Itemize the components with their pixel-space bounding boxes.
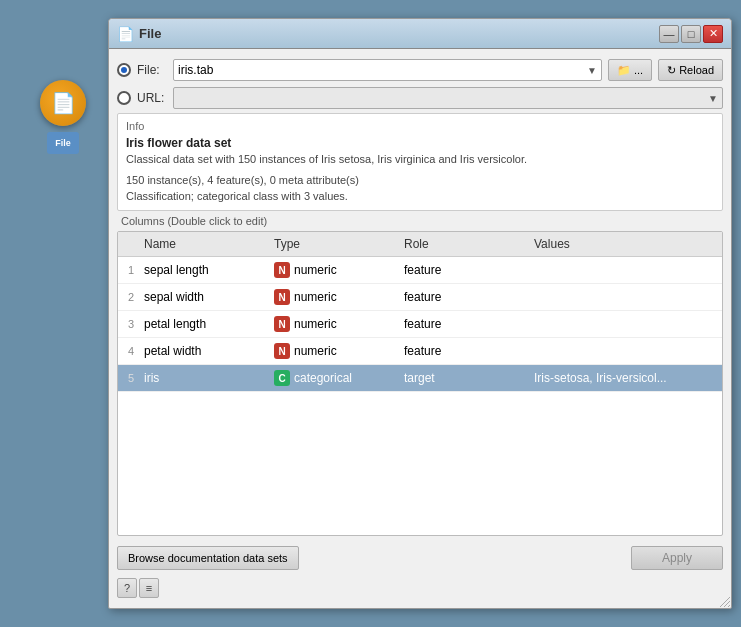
info-title: Iris flower data set bbox=[126, 136, 714, 150]
col-header-values: Values bbox=[528, 235, 722, 253]
row-number: 3 bbox=[118, 316, 138, 332]
col-header-type: Type bbox=[268, 235, 398, 253]
sidebar-orange-icon[interactable]: 📄 bbox=[40, 80, 86, 126]
row-type: N numeric bbox=[268, 260, 398, 280]
file-row: File: iris.tab ▼ 📁 ... ↻ Reload bbox=[117, 57, 723, 83]
info-section: Info Iris flower data set Classical data… bbox=[117, 113, 723, 211]
row-type: N numeric bbox=[268, 341, 398, 361]
maximize-button[interactable]: □ bbox=[681, 25, 701, 43]
bottom-bar: Browse documentation data sets Apply bbox=[117, 540, 723, 572]
table-row[interactable]: 2 sepal width N numeric feature bbox=[118, 284, 722, 311]
col-header-name: Name bbox=[138, 235, 268, 253]
row-name: petal length bbox=[138, 315, 268, 333]
type-label: numeric bbox=[294, 344, 337, 358]
resize-handle[interactable] bbox=[719, 596, 731, 608]
columns-section: Columns (Double click to edit) Name Type… bbox=[117, 215, 723, 536]
browse-docs-button[interactable]: Browse documentation data sets bbox=[117, 546, 299, 570]
file-combo-arrow-icon: ▼ bbox=[587, 65, 597, 76]
file-radio[interactable] bbox=[117, 63, 131, 77]
type-label: numeric bbox=[294, 263, 337, 277]
columns-table: Name Type Role Values 1 sepal length N n… bbox=[117, 231, 723, 536]
minimize-button[interactable]: — bbox=[659, 25, 679, 43]
type-label: numeric bbox=[294, 290, 337, 304]
svg-line-2 bbox=[728, 605, 730, 607]
row-values bbox=[528, 295, 722, 299]
row-number: 4 bbox=[118, 343, 138, 359]
sidebar-blue-icon[interactable]: File bbox=[47, 132, 79, 154]
row-name: iris bbox=[138, 369, 268, 387]
window-body: File: iris.tab ▼ 📁 ... ↻ Reload URL: ▼ bbox=[109, 49, 731, 608]
reload-icon: ↻ bbox=[667, 64, 676, 77]
type-label: numeric bbox=[294, 317, 337, 331]
table-row[interactable]: 5 iris C categorical target Iris-setosa,… bbox=[118, 365, 722, 392]
info-stats-line1: 150 instance(s), 4 feature(s), 0 meta at… bbox=[126, 173, 714, 188]
apply-button[interactable]: Apply bbox=[631, 546, 723, 570]
row-number: 2 bbox=[118, 289, 138, 305]
row-role: feature bbox=[398, 342, 528, 360]
file-combo[interactable]: iris.tab ▼ bbox=[173, 59, 602, 81]
row-role: target bbox=[398, 369, 528, 387]
info-header: Info bbox=[126, 120, 714, 132]
reload-button[interactable]: ↻ Reload bbox=[658, 59, 723, 81]
row-values bbox=[528, 268, 722, 272]
row-type: C categorical bbox=[268, 368, 398, 388]
row-values bbox=[528, 349, 722, 353]
type-badge: N bbox=[274, 289, 290, 305]
folder-icon: 📁 bbox=[617, 64, 631, 77]
url-radio[interactable] bbox=[117, 91, 131, 105]
help-button[interactable]: ? bbox=[117, 578, 137, 598]
row-values: Iris-setosa, Iris-versicol... bbox=[528, 369, 722, 387]
table-rows-container: 1 sepal length N numeric feature 2 sepal… bbox=[118, 257, 722, 392]
type-badge: N bbox=[274, 343, 290, 359]
table-row[interactable]: 3 petal length N numeric feature bbox=[118, 311, 722, 338]
file-icon-orange: 📄 bbox=[51, 91, 76, 115]
info-description: Classical data set with 150 instances of… bbox=[126, 152, 714, 167]
table-row[interactable]: 1 sepal length N numeric feature bbox=[118, 257, 722, 284]
resize-icon bbox=[720, 597, 730, 607]
row-role: feature bbox=[398, 315, 528, 333]
file-label-blue: File bbox=[55, 138, 71, 148]
url-row: URL: ▼ bbox=[117, 87, 723, 109]
col-header-num bbox=[118, 235, 138, 253]
row-name: sepal width bbox=[138, 288, 268, 306]
row-type: N numeric bbox=[268, 287, 398, 307]
row-name: sepal length bbox=[138, 261, 268, 279]
type-badge: C bbox=[274, 370, 290, 386]
window-title: File bbox=[139, 26, 657, 41]
row-values bbox=[528, 322, 722, 326]
url-label: URL: bbox=[137, 91, 167, 105]
footer-icons: ? ≡ bbox=[117, 576, 159, 600]
type-badge: N bbox=[274, 316, 290, 332]
table-header: Name Type Role Values bbox=[118, 232, 722, 257]
row-role: feature bbox=[398, 261, 528, 279]
type-label: categorical bbox=[294, 371, 352, 385]
info-stats-line2: Classification; categorical class with 3… bbox=[126, 189, 714, 204]
browse-button[interactable]: 📁 ... bbox=[608, 59, 652, 81]
url-combo-arrow-icon: ▼ bbox=[708, 93, 718, 104]
row-type: N numeric bbox=[268, 314, 398, 334]
row-name: petal width bbox=[138, 342, 268, 360]
col-header-role: Role bbox=[398, 235, 528, 253]
reload-label: Reload bbox=[679, 64, 714, 76]
close-button[interactable]: ✕ bbox=[703, 25, 723, 43]
row-number: 1 bbox=[118, 262, 138, 278]
type-badge: N bbox=[274, 262, 290, 278]
title-bar: 📄 File — □ ✕ bbox=[109, 19, 731, 49]
url-combo[interactable]: ▼ bbox=[173, 87, 723, 109]
row-role: feature bbox=[398, 288, 528, 306]
columns-label: Columns (Double click to edit) bbox=[121, 215, 723, 227]
browse-ellipsis: ... bbox=[634, 64, 643, 76]
table-row[interactable]: 4 petal width N numeric feature bbox=[118, 338, 722, 365]
menu-button[interactable]: ≡ bbox=[139, 578, 159, 598]
row-number: 5 bbox=[118, 370, 138, 386]
file-combo-value: iris.tab bbox=[178, 63, 213, 77]
window-icon: 📄 bbox=[117, 26, 133, 42]
file-label: File: bbox=[137, 63, 167, 77]
main-window: 📄 File — □ ✕ File: iris.tab ▼ 📁 ... ↻ Re… bbox=[108, 18, 732, 609]
